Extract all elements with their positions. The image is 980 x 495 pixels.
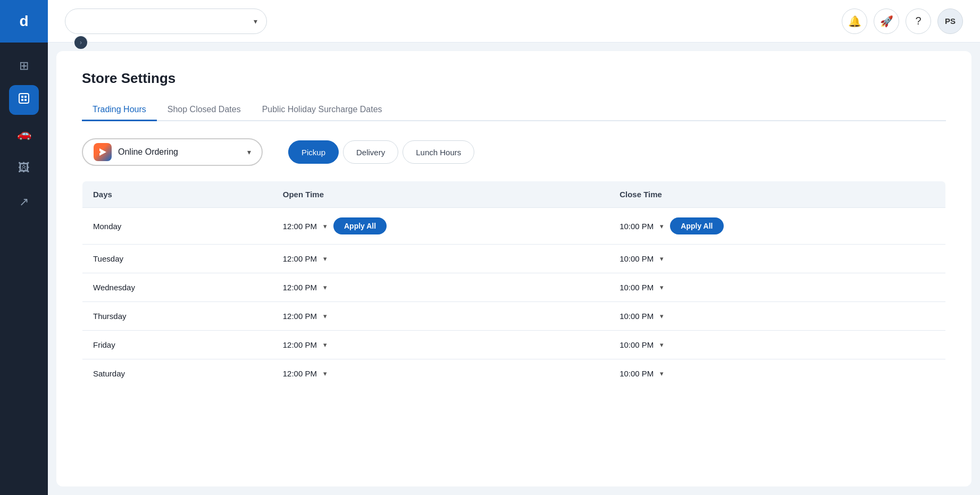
sidebar-nav: ⊞ 🚗 🖼 ↗ [0, 43, 48, 217]
sidebar-item-gallery[interactable]: 🖼 [9, 153, 39, 183]
open-time-cell: 12:00 PM▾ [272, 359, 609, 388]
close-time-chevron-icon[interactable]: ▾ [660, 222, 664, 230]
svg-rect-3 [21, 99, 23, 101]
open-time-value: 12:00 PM [283, 283, 317, 292]
open-time-chevron-icon[interactable]: ▾ [323, 283, 327, 291]
day-cell: Saturday [82, 359, 272, 388]
table-row: Thursday12:00 PM▾10:00 PM▾ [82, 302, 946, 331]
close-time-value: 10:00 PM [619, 254, 654, 263]
header-days: Days [82, 181, 272, 208]
app-logo[interactable]: d [0, 0, 48, 43]
notifications-button[interactable]: 🔔 [842, 9, 867, 34]
svg-rect-1 [21, 96, 23, 98]
online-ordering-icon [94, 143, 112, 161]
close-time-value: 10:00 PM [619, 222, 654, 231]
bell-icon: 🔔 [848, 15, 861, 28]
table-row: Tuesday12:00 PM▾10:00 PM▾ [82, 245, 946, 273]
topbar: ▾ 🔔 🚀 ? PS [48, 0, 980, 43]
close-time-cell: 10:00 PM▾ [609, 302, 945, 331]
day-cell: Thursday [82, 302, 272, 331]
svg-rect-4 [24, 99, 27, 101]
rocket-icon: 🚀 [880, 15, 893, 28]
controls-row: Online Ordering ▾ Pickup Delivery Lunch … [82, 138, 946, 166]
help-button[interactable]: ? [906, 9, 931, 34]
table-header-row: Days Open Time Close Time [82, 181, 946, 208]
close-time-value: 10:00 PM [619, 340, 654, 349]
open-time-chevron-icon[interactable]: ▾ [323, 341, 327, 349]
svg-rect-2 [24, 96, 27, 98]
delivery-icon: 🚗 [17, 127, 31, 141]
open-time-chevron-icon[interactable]: ▾ [323, 312, 327, 320]
pickup-button[interactable]: Pickup [288, 140, 339, 164]
open-time-value: 12:00 PM [283, 254, 317, 263]
close-time-cell: 10:00 PM▾ [609, 331, 945, 359]
content-area: Store Settings Trading Hours Shop Closed… [56, 51, 971, 486]
store-selector[interactable]: ▾ [65, 9, 267, 34]
header-open-time: Open Time [272, 181, 609, 208]
table-row: Friday12:00 PM▾10:00 PM▾ [82, 331, 946, 359]
open-time-value: 12:00 PM [283, 222, 317, 231]
close-time-chevron-icon[interactable]: ▾ [660, 283, 664, 291]
ordering-chevron-icon: ▾ [247, 148, 251, 156]
close-time-chevron-icon[interactable]: ▾ [660, 341, 664, 349]
close-time-value: 10:00 PM [619, 283, 654, 292]
sidebar-item-menu[interactable]: ⊞ [9, 51, 39, 81]
close-time-value: 10:00 PM [619, 312, 654, 321]
apply-all-close-button[interactable]: Apply All [670, 217, 723, 234]
close-time-cell: 10:00 PM▾ [609, 359, 945, 388]
sidebar-toggle[interactable]: › [73, 35, 88, 50]
open-time-value: 12:00 PM [283, 312, 317, 321]
day-cell: Tuesday [82, 245, 272, 273]
main-container: ▾ 🔔 🚀 ? PS Store Settings Trading Hours … [48, 0, 980, 495]
sidebar-item-analytics[interactable]: ↗ [9, 187, 39, 217]
help-icon: ? [915, 15, 921, 27]
page-title: Store Settings [82, 70, 946, 87]
open-time-value: 12:00 PM [283, 369, 317, 378]
table-row: Wednesday12:00 PM▾10:00 PM▾ [82, 273, 946, 302]
lunch-hours-button[interactable]: Lunch Hours [403, 140, 474, 164]
header-close-time: Close Time [609, 181, 945, 208]
svg-rect-0 [19, 94, 29, 103]
day-cell: Wednesday [82, 273, 272, 302]
apply-all-open-button[interactable]: Apply All [333, 217, 387, 234]
open-time-cell: 12:00 PM▾ [272, 331, 609, 359]
open-time-chevron-icon[interactable]: ▾ [323, 255, 327, 263]
sidebar-item-delivery[interactable]: 🚗 [9, 119, 39, 149]
ordering-selector: Online Ordering ▾ [82, 138, 263, 166]
ordering-select-button[interactable]: Online Ordering ▾ [82, 138, 263, 166]
open-time-chevron-icon[interactable]: ▾ [323, 370, 327, 377]
analytics-icon: ↗ [19, 195, 29, 209]
open-time-chevron-icon[interactable]: ▾ [323, 222, 327, 230]
close-time-cell: 10:00 PM▾ [609, 273, 945, 302]
close-time-chevron-icon[interactable]: ▾ [660, 255, 664, 263]
tab-holiday-surcharge[interactable]: Public Holiday Surcharge Dates [252, 99, 393, 121]
user-avatar[interactable]: PS [937, 9, 963, 34]
tabs-bar: Trading Hours Shop Closed Dates Public H… [82, 99, 946, 121]
launch-button[interactable]: 🚀 [874, 9, 899, 34]
tab-trading-hours[interactable]: Trading Hours [82, 99, 157, 121]
close-time-cell: 10:00 PM▾ [609, 245, 945, 273]
open-time-cell: 12:00 PM▾Apply All [272, 208, 609, 245]
ordering-label: Online Ordering [118, 147, 241, 157]
sidebar-item-store[interactable] [9, 85, 39, 115]
menu-icon: ⊞ [19, 59, 29, 73]
store-select[interactable] [65, 9, 267, 34]
close-time-chevron-icon[interactable]: ▾ [660, 312, 664, 320]
close-time-value: 10:00 PM [619, 369, 654, 378]
store-icon [18, 92, 30, 108]
close-time-chevron-icon[interactable]: ▾ [660, 370, 664, 377]
hour-type-buttons: Pickup Delivery Lunch Hours [288, 140, 474, 164]
svg-rect-6 [97, 151, 100, 153]
tab-shop-closed[interactable]: Shop Closed Dates [157, 99, 252, 121]
day-cell: Monday [82, 208, 272, 245]
table-row: Monday12:00 PM▾Apply All10:00 PM▾Apply A… [82, 208, 946, 245]
table-row: Saturday12:00 PM▾10:00 PM▾ [82, 359, 946, 388]
open-time-cell: 12:00 PM▾ [272, 302, 609, 331]
open-time-value: 12:00 PM [283, 340, 317, 349]
open-time-cell: 12:00 PM▾ [272, 273, 609, 302]
topbar-right: 🔔 🚀 ? PS [842, 9, 963, 34]
day-cell: Friday [82, 331, 272, 359]
delivery-button[interactable]: Delivery [343, 140, 398, 164]
hours-table: Days Open Time Close Time Monday12:00 PM… [82, 181, 946, 388]
close-time-cell: 10:00 PM▾Apply All [609, 208, 945, 245]
